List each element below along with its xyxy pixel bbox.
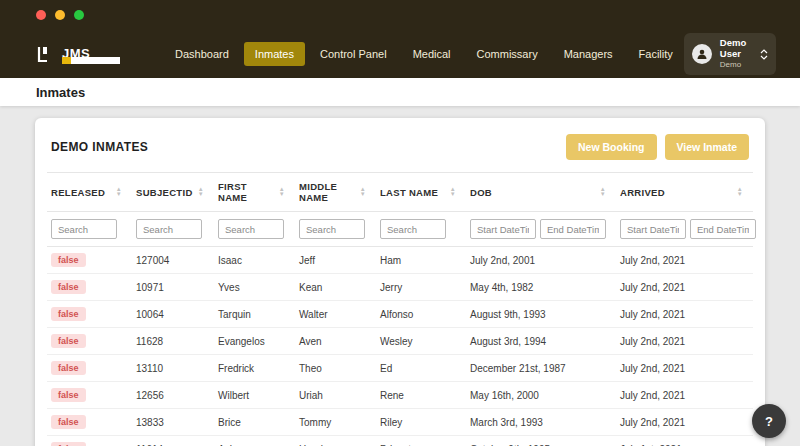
nav-item-control-panel[interactable]: Control Panel xyxy=(309,42,398,66)
search-input-last-name[interactable] xyxy=(380,219,446,239)
sort-icon[interactable]: ▲▼ xyxy=(116,188,122,196)
released-badge: false xyxy=(51,361,86,375)
cell-subjectid: 12656 xyxy=(132,382,214,409)
column-header-subjectid[interactable]: SUBJECTID▲▼ xyxy=(132,172,214,212)
cell-first: Wilbert xyxy=(214,382,295,409)
sort-icon[interactable]: ▲▼ xyxy=(600,188,606,196)
cell-last: Princeton xyxy=(376,436,466,446)
panel-header: DEMO INMATES New Booking View Inmate xyxy=(47,130,753,172)
sort-icon[interactable]: ▲▼ xyxy=(450,188,456,196)
cell-released: false xyxy=(47,328,132,355)
table-row[interactable]: false13833BriceTommyRileyMarch 3rd, 1993… xyxy=(47,409,753,436)
close-window-icon[interactable] xyxy=(36,10,46,20)
table-row[interactable]: false12656WilbertUriahReneMay 16th, 2000… xyxy=(47,382,753,409)
table-row[interactable]: false13110FredrickTheoEdDecember 21st, 1… xyxy=(47,355,753,382)
cell-released: false xyxy=(47,436,132,446)
start-datetime-input-arrived[interactable] xyxy=(620,219,686,239)
inmates-panel: DEMO INMATES New Booking View Inmate REL… xyxy=(35,118,765,446)
cell-dob: July 2nd, 2001 xyxy=(466,247,616,274)
table-row[interactable]: false127004IsaacJeffHamJuly 2nd, 2001Jul… xyxy=(47,247,753,274)
search-input-subjectid[interactable] xyxy=(136,219,202,239)
user-name: Demo User xyxy=(720,38,746,60)
column-header-dob[interactable]: DOB▲▼ xyxy=(466,172,616,212)
help-button[interactable]: ? xyxy=(752,404,786,438)
sort-icon[interactable]: ▲▼ xyxy=(360,188,366,196)
released-badge: false xyxy=(51,280,86,294)
user-menu[interactable]: Demo User Demo xyxy=(684,33,776,74)
cell-released: false xyxy=(47,274,132,301)
cell-dob: August 9th, 1993 xyxy=(466,301,616,328)
cell-arrived: July 2nd, 2021 xyxy=(616,301,753,328)
cell-released: false xyxy=(47,355,132,382)
column-header-first-name[interactable]: FIRST NAME▲▼ xyxy=(214,172,295,212)
column-header-last-name[interactable]: LAST NAME▲▼ xyxy=(376,172,466,212)
cell-dob: March 3rd, 1993 xyxy=(466,409,616,436)
search-input-first-name[interactable] xyxy=(218,219,284,239)
column-label: SUBJECTID xyxy=(136,187,193,198)
cell-arrived: July 1st, 2021 xyxy=(616,436,753,446)
nav-item-commissary[interactable]: Commissary xyxy=(466,42,549,66)
end-datetime-input-arrived[interactable] xyxy=(690,219,756,239)
cell-first: Tarquin xyxy=(214,301,295,328)
user-role: Demo xyxy=(720,60,746,69)
user-avatar-icon xyxy=(692,44,712,64)
cell-last: Ham xyxy=(376,247,466,274)
cell-last: Jerry xyxy=(376,274,466,301)
cell-middle: Theo xyxy=(295,355,376,382)
column-header-arrived[interactable]: ARRIVED▲▼ xyxy=(616,172,753,212)
filter-cell-middle-name xyxy=(295,212,376,247)
jms-logo[interactable]: JMS xyxy=(36,45,120,64)
table-body: false127004IsaacJeffHamJuly 2nd, 2001Jul… xyxy=(47,247,753,446)
cell-last: Ed xyxy=(376,355,466,382)
nav-item-managers[interactable]: Managers xyxy=(553,42,624,66)
cell-released: false xyxy=(47,301,132,328)
released-badge: false xyxy=(51,388,86,402)
nav-item-facility[interactable]: Facility xyxy=(628,42,684,66)
nav-item-medical[interactable]: Medical xyxy=(402,42,462,66)
minimize-window-icon[interactable] xyxy=(55,10,65,20)
cell-arrived: July 2nd, 2021 xyxy=(616,328,753,355)
search-input-released[interactable] xyxy=(51,219,117,239)
cell-arrived: July 2nd, 2021 xyxy=(616,409,753,436)
panel-title: DEMO INMATES xyxy=(51,140,148,154)
filter-cell-first-name xyxy=(214,212,295,247)
table-row[interactable]: false11628EvangelosAvenWesleyAugust 3rd,… xyxy=(47,328,753,355)
cell-subjectid: 11628 xyxy=(132,328,214,355)
cell-middle: Aven xyxy=(295,328,376,355)
column-label: RELEASED xyxy=(51,187,105,198)
cell-dob: December 21st, 1987 xyxy=(466,355,616,382)
search-input-middle-name[interactable] xyxy=(299,219,365,239)
filter-cell-released xyxy=(47,212,132,247)
cell-subjectid: 13110 xyxy=(132,355,214,382)
panel-actions: New Booking View Inmate xyxy=(566,134,749,160)
column-header-middle-name[interactable]: MIDDLE NAME▲▼ xyxy=(295,172,376,212)
end-datetime-input-dob[interactable] xyxy=(540,219,606,239)
new-booking-button[interactable]: New Booking xyxy=(566,134,657,160)
column-header-released[interactable]: RELEASED▲▼ xyxy=(47,172,132,212)
nav-item-dashboard[interactable]: Dashboard xyxy=(164,42,240,66)
cell-released: false xyxy=(47,409,132,436)
cell-middle: Kean xyxy=(295,274,376,301)
cell-first: Yves xyxy=(214,274,295,301)
column-label: DOB xyxy=(470,187,492,198)
table-row[interactable]: false11614AsherHenriPrincetonOctober 9th… xyxy=(47,436,753,446)
table-filter-row xyxy=(47,212,753,247)
column-label: FIRST NAME xyxy=(218,181,279,203)
cell-dob: October 9th, 1995 xyxy=(466,436,616,446)
page-title: Inmates xyxy=(36,85,85,100)
column-label: ARRIVED xyxy=(620,187,665,198)
released-badge: false xyxy=(51,442,86,446)
cell-middle: Tommy xyxy=(295,409,376,436)
logo-gold-square xyxy=(62,57,71,64)
table-row[interactable]: false10971YvesKeanJerryMay 4th, 1982July… xyxy=(47,274,753,301)
sort-icon[interactable]: ▲▼ xyxy=(737,188,743,196)
start-datetime-input-dob[interactable] xyxy=(470,219,536,239)
nav-item-inmates[interactable]: Inmates xyxy=(244,42,305,66)
filter-cell-arrived xyxy=(616,212,753,247)
cell-last: Rene xyxy=(376,382,466,409)
zoom-window-icon[interactable] xyxy=(74,10,84,20)
sort-icon[interactable]: ▲▼ xyxy=(198,188,204,196)
sort-icon[interactable]: ▲▼ xyxy=(279,188,285,196)
view-inmate-button[interactable]: View Inmate xyxy=(665,134,750,160)
table-row[interactable]: false10064TarquinWalterAlfonsoAugust 9th… xyxy=(47,301,753,328)
